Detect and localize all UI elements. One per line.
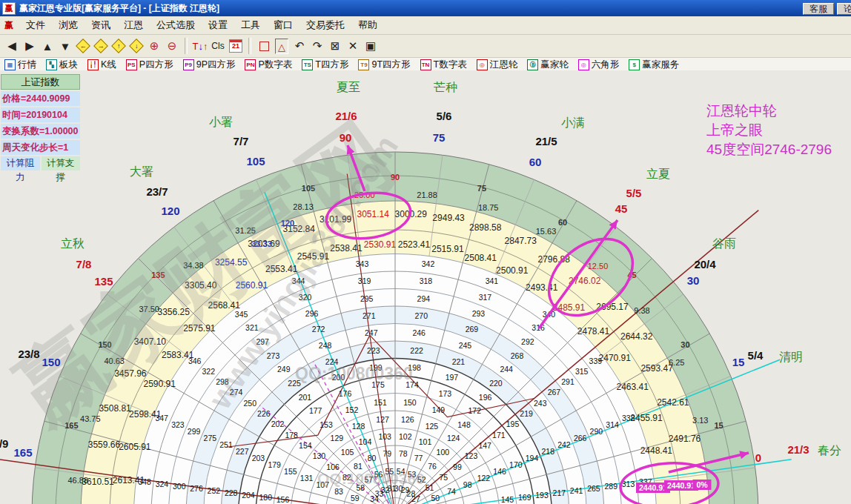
integer-label: 267: [548, 388, 561, 397]
rot-cw-icon[interactable]: ↷: [309, 37, 325, 55]
PS-icon: PS: [126, 59, 137, 70]
toolbar-item-T四方形[interactable]: TST四方形: [302, 59, 348, 71]
price-label: 2542.61: [657, 397, 689, 408]
integer-label: 173: [439, 389, 452, 398]
toolbar-item-P数字表[interactable]: PNP数字表: [245, 59, 292, 71]
integer-label: 252: [208, 486, 221, 495]
outer-degree-label: 120: [161, 205, 179, 217]
integer-label: 246: [412, 328, 426, 337]
t-updown-icon[interactable]: T↓↑: [192, 37, 208, 55]
d-left-icon[interactable]: ←: [75, 37, 91, 55]
date-label: 23/7: [146, 185, 168, 198]
integer-label: 131: [300, 474, 314, 483]
integer-label: 201: [299, 393, 312, 402]
integer-label: 241: [570, 486, 583, 495]
toolbar-item-板块[interactable]: ▚板块: [46, 59, 78, 71]
window-title: 赢家江恩专业版[赢家服务平台] - [上证指数 江恩轮]: [19, 2, 800, 15]
menu-item-2[interactable]: 浏览: [52, 19, 85, 32]
toolbar-item-label: T数字表: [434, 59, 467, 71]
date-label: 7/7: [234, 135, 249, 147]
price-label: 2847.73: [505, 236, 537, 246]
price-label: 2523.41: [398, 239, 431, 250]
integer-label: 147: [478, 441, 491, 450]
price-label: 3610.51: [82, 477, 114, 487]
price-label: 2455.91: [630, 413, 663, 423]
percent-label: 18.75: [478, 203, 499, 212]
index-values: 价格=2440.9099时间=20190104变换系数=1.00000周天变化步…: [1, 91, 80, 155]
calc-buttons: 计算阻力计算支撑: [1, 156, 80, 170]
toolbar-item-江恩轮[interactable]: ◎江恩轮: [477, 59, 518, 71]
toolbar-item-P四方形[interactable]: PSP四方形: [126, 59, 173, 71]
dollar-icon: $: [629, 59, 640, 70]
toolbar-item-9P四方形[interactable]: P99P四方形: [183, 59, 236, 71]
cls-icon[interactable]: Cls: [210, 37, 226, 55]
tri-down-icon[interactable]: ▼: [57, 37, 73, 55]
big-icon: Ⓑ: [527, 59, 538, 70]
integer-label: 250: [243, 399, 256, 408]
integer-label: 34: [370, 494, 379, 503]
calc-resistance-button[interactable]: 计算阻力: [1, 156, 40, 170]
integer-label: 194: [526, 454, 539, 462]
menu-item-3[interactable]: 资讯: [85, 19, 117, 32]
price-label: 2593.47: [640, 363, 673, 374]
menu-item-10[interactable]: 帮助: [351, 19, 384, 32]
menu-item-4[interactable]: 江恩: [117, 19, 150, 32]
square-icon[interactable]: [256, 37, 272, 55]
zoom-out-icon[interactable]: ⊖: [164, 37, 180, 55]
toolbar-item-label: 板块: [59, 59, 78, 71]
forward-icon[interactable]: ▶: [21, 37, 38, 55]
menu-item-7[interactable]: 工具: [234, 19, 267, 32]
tri-up-icon[interactable]: ▲: [39, 37, 56, 55]
toolbar-item-行情[interactable]: ▦行情: [4, 59, 36, 71]
menu-item-5[interactable]: 公式选股: [150, 19, 202, 32]
menu-item-9[interactable]: 交易委托: [299, 19, 351, 32]
integer-label: 324: [156, 480, 169, 488]
calc-support-button[interactable]: 计算支撑: [42, 156, 81, 170]
integer-label: 300: [173, 482, 186, 491]
calendar-21-icon[interactable]: 21: [228, 37, 244, 55]
integer-label: 319: [358, 276, 371, 285]
back-icon[interactable]: ◀: [4, 37, 20, 55]
menu-item-1[interactable]: 文件: [19, 19, 52, 32]
zoom-in-icon[interactable]: ⊕: [146, 37, 162, 55]
integer-label: 128: [352, 422, 365, 431]
toolbar-item-赢家服务[interactable]: $赢家服务: [629, 59, 679, 71]
integer-label: 98: [463, 480, 472, 489]
toolbar-item-9T四方形[interactable]: T99T四方形: [358, 59, 410, 71]
d-down-icon[interactable]: ↓: [128, 37, 145, 55]
integer-label: 179: [268, 460, 281, 469]
outer-degree-label: 90: [340, 131, 352, 144]
win-x-icon[interactable]: ⊠: [327, 37, 343, 55]
TS-icon: TS: [302, 59, 313, 70]
solar-term-label: 小满: [561, 116, 585, 129]
toolbar-item-K线[interactable]: ╽╿K线: [87, 59, 116, 71]
outer-degree-label: 0: [755, 451, 761, 464]
toolbar-item-label: 行情: [18, 59, 36, 71]
rot-ccw-icon[interactable]: ↶: [291, 37, 308, 55]
toolbar-item-六角形[interactable]: ◎六角形: [578, 59, 620, 71]
toolbar-item-T数字表[interactable]: TNT数字表: [420, 59, 467, 71]
integer-label: 75: [439, 473, 448, 482]
price-label: 2478.41: [577, 326, 610, 336]
candle-icon: ╽╿: [87, 59, 99, 70]
integer-label: 272: [312, 325, 325, 334]
percent-label: 15.63: [536, 227, 557, 236]
cross-icon[interactable]: ✕: [345, 37, 361, 55]
titlebar-buttons: 客服论: [800, 1, 849, 15]
clear-icon[interactable]: ▣: [362, 37, 379, 55]
integer-label: 176: [339, 389, 352, 398]
d-up-icon[interactable]: ↑: [110, 37, 127, 55]
forum-button[interactable]: 论: [837, 3, 851, 15]
menu-item-8[interactable]: 窗口: [267, 19, 299, 32]
annotation-note: 江恩轮中轮上帝之眼45度空间2746-2796: [706, 102, 832, 159]
d-right-icon[interactable]: →: [93, 37, 109, 55]
integer-label: 249: [277, 365, 291, 374]
panel-row-3: 变换系数=1.00000: [1, 124, 80, 139]
toolbar-item-赢家轮[interactable]: Ⓑ赢家轮: [527, 59, 569, 71]
toolbar-separator: [248, 38, 251, 54]
triangle-icon[interactable]: △: [274, 37, 290, 55]
date-label: 5/6: [437, 110, 452, 122]
integer-label: 124: [447, 434, 460, 442]
customer-service-button[interactable]: 客服: [803, 3, 834, 15]
menu-item-6[interactable]: 设置: [202, 19, 234, 32]
